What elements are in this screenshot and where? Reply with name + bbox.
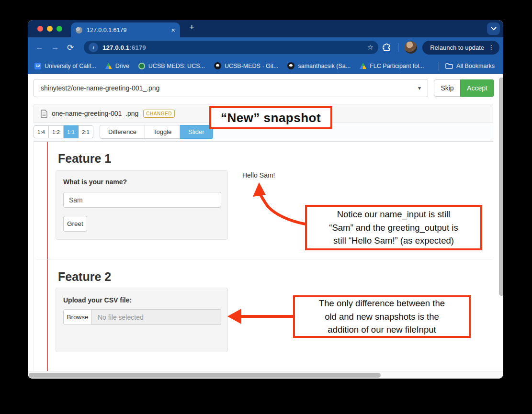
feature1-heading: Feature 1: [58, 152, 111, 166]
profile-avatar[interactable]: [405, 41, 417, 54]
snapshot-select-value: shinytest2/one-name-greeting-001_.png: [41, 84, 159, 92]
tab-search-chevron-button[interactable]: [487, 22, 500, 35]
bookmark-item[interactable]: FLC Participant fol...: [360, 63, 424, 69]
fileinput-annotation: The only difference between the old and …: [293, 295, 471, 338]
all-bookmarks-button[interactable]: All Bookmarks: [445, 63, 495, 69]
url-port: :6179: [129, 44, 146, 51]
close-window-button[interactable]: [37, 26, 43, 32]
tab-close-icon[interactable]: ×: [171, 26, 175, 34]
toolbar-right: Relaunch to update ⋮: [383, 37, 503, 57]
meds-badge-icon: [138, 63, 145, 69]
name-input-annotation: Notice our name_input is still “Sam” and…: [305, 205, 482, 250]
bookmark-star-icon[interactable]: ☆: [367, 43, 374, 52]
snapshot-filename: one-name-greeting-001_.png: [52, 110, 138, 117]
browser-window: 127.0.0.1:6179 × + ← → ⟳ i 127.0.0.1 :61…: [28, 20, 503, 379]
new-snapshot-annotation: “New” snapshot: [209, 106, 332, 129]
snapshot-select-dropdown[interactable]: shinytest2/one-name-greeting-001_.png ▾: [34, 79, 428, 97]
bookmark-item[interactable]: 12 University of Calif...: [34, 63, 96, 69]
folder-icon: [445, 63, 453, 69]
zoom-window-button[interactable]: [57, 26, 62, 32]
section-divider: [36, 259, 493, 259]
upload-label: Upload your CSV file:: [63, 296, 132, 304]
bookmark-item[interactable]: Drive: [105, 63, 129, 69]
zoom-button-group: 1:4 1:2 1:1 2:1: [34, 125, 93, 138]
changed-badge: CHANGED: [143, 110, 175, 118]
browser-toolbar: ← → ⟳ i 127.0.0.1 :6179 ☆ Relaunch to up…: [28, 37, 503, 57]
toolbar-separator: [398, 43, 398, 52]
relaunch-to-update-button[interactable]: Relaunch to update ⋮: [422, 41, 499, 55]
chevron-down-icon: ▾: [418, 85, 421, 91]
zoom-1-2-button[interactable]: 1:2: [49, 125, 64, 138]
name-input[interactable]: [63, 192, 221, 208]
site-favicon-icon: [76, 27, 82, 34]
feature2-heading: Feature 2: [58, 270, 111, 284]
screenshot-stage: 127.0.0.1:6179 × + ← → ⟳ i 127.0.0.1 :61…: [0, 0, 532, 414]
zoom-2-1-button[interactable]: 2:1: [79, 125, 93, 138]
address-bar[interactable]: i 127.0.0.1 :6179 ☆: [84, 41, 378, 54]
file-placeholder-field[interactable]: No file selected: [92, 309, 221, 325]
extensions-puzzle-icon[interactable]: [383, 43, 391, 52]
zoom-1-4-button[interactable]: 1:4: [34, 125, 49, 138]
feature2-well: Upload your CSV file: Browse No file sel…: [56, 288, 228, 352]
tab-title: 127.0.0.1:6179: [87, 27, 167, 34]
traffic-lights: [37, 26, 62, 32]
horizontal-scrollbar[interactable]: [29, 373, 381, 378]
greeting-output: Hello Sam!: [242, 171, 275, 179]
github-icon: [287, 62, 294, 69]
bookmarks-separator: [439, 62, 439, 70]
slider-button[interactable]: Slider: [180, 125, 213, 139]
horizontal-scrollbar-track: [28, 371, 503, 379]
browse-button[interactable]: Browse: [63, 309, 92, 325]
shinytest2-review-app: shinytest2/one-name-greeting-001_.png ▾ …: [28, 74, 503, 379]
chevron-down-icon: [491, 27, 497, 31]
snapshot-select-row: shinytest2/one-name-greeting-001_.png ▾ …: [28, 78, 503, 97]
bookmark-item[interactable]: UCSB MEDS: UCS...: [138, 63, 205, 69]
view-mode-button-group: Difference Toggle Slider: [100, 125, 213, 139]
tab-strip: 127.0.0.1:6179 × +: [28, 20, 503, 37]
accept-button[interactable]: Accept: [460, 79, 494, 97]
drive-icon: [360, 63, 366, 69]
bookmark-item[interactable]: UCSB-MEDS · Git...: [214, 62, 279, 69]
back-icon[interactable]: ←: [35, 43, 44, 52]
new-tab-button[interactable]: +: [189, 22, 194, 33]
github-icon: [214, 62, 221, 69]
toggle-button[interactable]: Toggle: [145, 125, 180, 139]
file-icon: [41, 110, 47, 118]
url-host: 127.0.0.1: [102, 44, 129, 51]
difference-button[interactable]: Difference: [100, 125, 145, 139]
slider-divider-line[interactable]: [47, 142, 48, 371]
calendar-icon: 12: [34, 63, 41, 69]
drive-icon: [105, 63, 112, 69]
kebab-menu-icon[interactable]: ⋮: [488, 44, 495, 51]
zoom-1-1-button[interactable]: 1:1: [64, 125, 79, 138]
browser-tab[interactable]: 127.0.0.1:6179 ×: [71, 22, 180, 37]
relaunch-label: Relaunch to update: [430, 44, 484, 51]
name-input-label: What is your name?: [63, 178, 127, 186]
bookmark-item[interactable]: samanthacsik (Sa...: [287, 62, 351, 69]
bookmarks-bar: 12 University of Calif... Drive UCSB MED…: [28, 57, 503, 74]
vertical-scrollbar[interactable]: [499, 78, 503, 296]
greet-button[interactable]: Greet: [63, 216, 87, 232]
forward-icon[interactable]: →: [51, 43, 59, 52]
refresh-icon[interactable]: ⟳: [67, 43, 74, 53]
feature1-well: What is your name? Greet: [56, 170, 228, 240]
skip-button[interactable]: Skip: [434, 79, 461, 97]
site-info-icon[interactable]: i: [89, 43, 98, 52]
minimize-window-button[interactable]: [47, 26, 53, 32]
file-input: Browse No file selected: [63, 309, 221, 325]
